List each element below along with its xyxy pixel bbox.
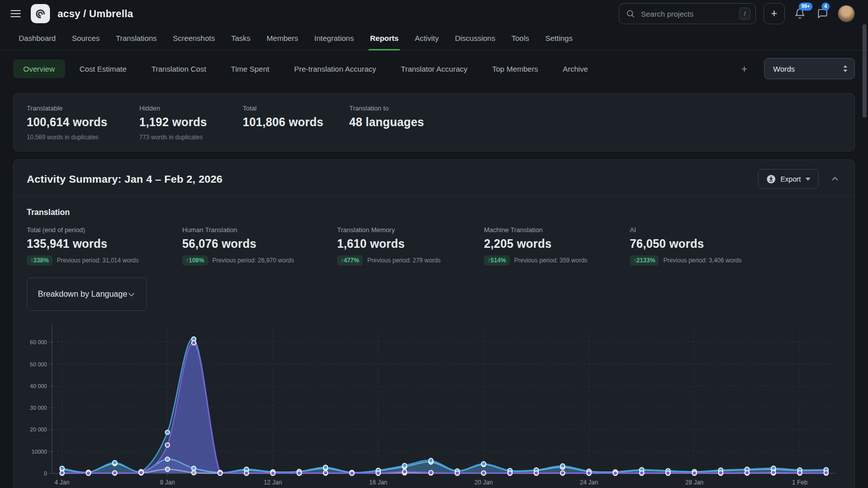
user-avatar[interactable] <box>838 5 855 22</box>
stat-value: 101,806 words <box>243 116 349 129</box>
unit-select[interactable]: Words <box>764 58 855 79</box>
stat-value: 2,205 words <box>484 237 630 251</box>
nav-item-dashboard[interactable]: Dashboard <box>18 27 56 50</box>
stat-human-translation: Human Translation 56,076 words ↑108% Pre… <box>182 226 337 265</box>
nav-item-sources[interactable]: Sources <box>71 27 100 50</box>
nav-item-settings[interactable]: Settings <box>545 27 573 50</box>
topbar: acsy / Umbrella / + 99+ 4 <box>0 0 868 27</box>
messages-badge: 4 <box>822 3 830 11</box>
search-box[interactable]: / <box>619 3 756 24</box>
stat-translatable: Translatable 100,614 words 10,569 words … <box>27 104 139 141</box>
subtab-translation-cost[interactable]: Translation Cost <box>141 60 216 78</box>
svg-text:16 Jan: 16 Jan <box>369 479 387 486</box>
export-label: Export <box>781 175 801 183</box>
svg-text:30 000: 30 000 <box>30 405 47 411</box>
stat-note <box>349 134 841 141</box>
select-arrows-icon <box>843 65 848 73</box>
nav-item-members[interactable]: Members <box>266 27 299 50</box>
previous-period-text: Previous period: 31,014 words <box>57 257 139 264</box>
stat-ai: AI 76,050 words ↑2133% Previous period: … <box>630 226 841 265</box>
stat-label: Total (end of period) <box>27 226 182 234</box>
stat-value: 100,614 words <box>27 116 139 129</box>
messages-button[interactable]: 4 <box>815 6 830 21</box>
create-project-button[interactable]: + <box>764 3 785 24</box>
stat-value: 76,050 words <box>630 237 841 251</box>
add-report-button[interactable]: + <box>735 62 753 76</box>
caret-down-icon <box>805 178 810 181</box>
svg-text:12 Jan: 12 Jan <box>264 479 282 486</box>
delta-badge: ↑338% <box>27 255 52 265</box>
stat-value: 1,192 words <box>139 116 243 129</box>
svg-text:50 000: 50 000 <box>30 361 47 367</box>
nav-item-discussions[interactable]: Discussions <box>454 27 496 50</box>
subtab-pre-translation-accuracy[interactable]: Pre-translation Accuracy <box>284 60 387 78</box>
breakdown-by-language-panel[interactable]: Breakdown by Language <box>27 278 147 311</box>
delta-badge: ↑108% <box>182 255 208 265</box>
delta-badge: ↑514% <box>484 255 510 265</box>
nav-item-tools[interactable]: Tools <box>511 27 529 50</box>
stat-note: 10,569 words in duplicates <box>27 134 139 141</box>
main-nav: Dashboard Sources Translations Screensho… <box>0 27 868 50</box>
stat-value: 1,610 words <box>337 237 484 251</box>
stat-label: Translatable <box>27 104 139 112</box>
activity-header: Activity Summary: Jan 4 – Feb 2, 2026 Ex… <box>14 160 854 196</box>
search-shortcut-key: / <box>739 8 750 20</box>
app-logo[interactable] <box>31 4 50 23</box>
chevron-up-icon <box>831 175 839 183</box>
stat-label: Human Translation <box>182 226 337 234</box>
stat-label: Total <box>243 104 349 112</box>
translation-section-title: Translation <box>27 208 841 217</box>
nav-item-screenshots[interactable]: Screenshots <box>173 27 215 50</box>
nav-item-tasks[interactable]: Tasks <box>231 27 251 50</box>
content: Translatable 100,614 words 10,569 words … <box>0 86 868 488</box>
nav-item-reports[interactable]: Reports <box>369 27 399 50</box>
notifications-badge: 99+ <box>799 3 812 11</box>
download-icon <box>766 174 776 184</box>
svg-text:0: 0 <box>44 470 47 476</box>
nav-item-integrations[interactable]: Integrations <box>314 27 354 50</box>
previous-period-text: Previous period: 3,406 words <box>663 257 741 264</box>
stat-label: Hidden <box>139 104 243 112</box>
notifications-button[interactable]: 99+ <box>792 6 807 21</box>
words-summary-card: Translatable 100,614 words 10,569 words … <box>13 93 855 151</box>
subtab-overview[interactable]: Overview <box>13 60 65 78</box>
hamburger-menu-icon[interactable] <box>8 8 23 20</box>
stat-value: 48 languages <box>349 116 841 129</box>
reports-subnav: Overview Cost Estimate Translation Cost … <box>0 50 868 86</box>
delta-badge: ↑2133% <box>630 255 659 265</box>
stat-label: AI <box>630 226 841 234</box>
svg-text:8 Jan: 8 Jan <box>160 479 175 486</box>
stat-note: 773 words in duplicates <box>139 134 243 141</box>
nav-item-activity[interactable]: Activity <box>414 27 440 50</box>
scrollbar-thumb[interactable] <box>862 24 866 118</box>
export-button[interactable]: Export <box>758 169 819 189</box>
translation-stats-row: Total (end of period) 135,941 words ↑338… <box>27 226 841 265</box>
stat-label: Translation Memory <box>337 226 484 234</box>
svg-text:4 Jan: 4 Jan <box>55 479 69 486</box>
activity-chart: 01000020 00030 00040 00050 00060 0004 Ja… <box>24 324 841 488</box>
subtab-top-members[interactable]: Top Members <box>482 60 548 78</box>
collapse-section-button[interactable] <box>828 172 842 186</box>
previous-period-text: Previous period: 279 words <box>367 257 441 264</box>
search-input[interactable] <box>640 9 734 19</box>
svg-text:10000: 10000 <box>31 449 47 455</box>
subtab-archive[interactable]: Archive <box>553 60 598 78</box>
stat-machine-translation: Machine Translation 2,205 words ↑514% Pr… <box>484 226 630 265</box>
stat-hidden: Hidden 1,192 words 773 words in duplicat… <box>139 104 243 141</box>
stat-translation-to: Translation to 48 languages <box>349 104 841 141</box>
unit-select-value: Words <box>773 65 795 73</box>
subtab-translator-accuracy[interactable]: Translator Accuracy <box>391 60 477 78</box>
stat-translation-memory: Translation Memory 1,610 words ↑477% Pre… <box>337 226 484 265</box>
stat-total: Total 101,806 words <box>243 104 349 141</box>
subtab-time-spent[interactable]: Time Spent <box>221 60 280 78</box>
activity-chart-wrap: 01000020 00030 00040 00050 00060 0004 Ja… <box>14 311 854 488</box>
subtab-cost-estimate[interactable]: Cost Estimate <box>70 60 137 78</box>
nav-item-translations[interactable]: Translations <box>115 27 157 50</box>
stat-label: Translation to <box>349 104 841 112</box>
svg-text:20 000: 20 000 <box>30 426 47 432</box>
stat-total-end-of-period: Total (end of period) 135,941 words ↑338… <box>27 226 182 265</box>
activity-title: Activity Summary: Jan 4 – Feb 2, 2026 <box>27 173 758 185</box>
svg-text:28 Jan: 28 Jan <box>685 479 703 486</box>
activity-summary-card: Activity Summary: Jan 4 – Feb 2, 2026 Ex… <box>13 159 855 488</box>
stat-label: Machine Translation <box>484 226 630 234</box>
